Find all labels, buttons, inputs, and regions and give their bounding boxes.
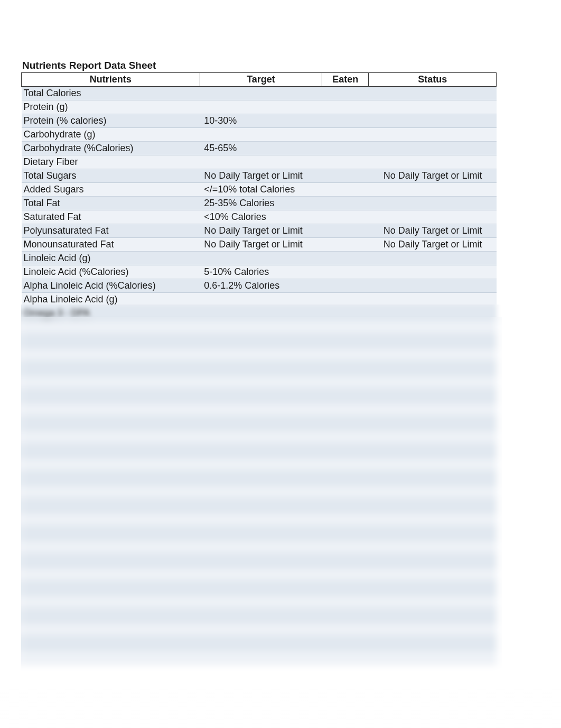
table-row (22, 334, 497, 348)
cell-target (200, 307, 322, 320)
cell-nutrient (22, 389, 200, 403)
cell-nutrient (22, 430, 200, 444)
cell-target (200, 334, 322, 348)
cell-target (200, 320, 322, 334)
cell-status (369, 595, 497, 609)
cell-eaten (322, 100, 369, 114)
table-row (22, 568, 497, 582)
cell-nutrient (22, 375, 200, 389)
cell-eaten (322, 142, 369, 155)
cell-status (369, 362, 497, 375)
cell-target: </=10% total Calories (200, 183, 322, 197)
cell-status (369, 307, 497, 320)
cell-eaten (322, 623, 369, 637)
cell-target (200, 650, 322, 664)
cell-nutrient (22, 609, 200, 623)
cell-nutrient (22, 650, 200, 664)
cell-eaten (322, 348, 369, 362)
cell-nutrient (22, 513, 200, 527)
cell-target (200, 458, 322, 472)
cell-eaten (322, 554, 369, 568)
cell-status (369, 609, 497, 623)
cell-target (200, 582, 322, 595)
cell-eaten (322, 485, 369, 499)
table-row (22, 472, 497, 485)
table-row (22, 320, 497, 334)
cell-status (369, 114, 497, 128)
cell-eaten (322, 224, 369, 238)
cell-status (369, 499, 497, 513)
cell-status (369, 293, 497, 307)
cell-target (200, 485, 322, 499)
table-row: Omega 3 - DPA (22, 307, 497, 320)
cell-target (200, 293, 322, 307)
cell-status (369, 197, 497, 210)
cell-target (200, 444, 322, 458)
cell-status: No Daily Target or Limit (369, 169, 497, 183)
table-row (22, 623, 497, 637)
cell-status (369, 375, 497, 389)
cell-target (200, 348, 322, 362)
cell-nutrient (22, 485, 200, 499)
table-row (22, 650, 497, 664)
table-row: Protein (g) (22, 100, 497, 114)
cell-target (200, 128, 322, 142)
cell-eaten (322, 403, 369, 417)
cell-nutrient (22, 444, 200, 458)
cell-eaten (322, 389, 369, 403)
table-row (22, 527, 497, 540)
cell-status (369, 142, 497, 155)
cell-eaten (322, 128, 369, 142)
cell-target: 25-35% Calories (200, 197, 322, 210)
cell-target: 0.6-1.2% Calories (200, 279, 322, 293)
cell-target (200, 100, 322, 114)
cell-status (369, 458, 497, 472)
table-row: Carbohydrate (g) (22, 128, 497, 142)
cell-nutrient (22, 320, 200, 334)
cell-status (369, 87, 497, 100)
table-row: Protein (% calories)10-30% (22, 114, 497, 128)
cell-nutrient (22, 362, 200, 375)
cell-eaten (322, 444, 369, 458)
cell-status (369, 472, 497, 485)
cell-status: No Daily Target or Limit (369, 224, 497, 238)
cell-status (369, 554, 497, 568)
cell-nutrient: Carbohydrate (%Calories) (22, 142, 200, 155)
cell-eaten (322, 265, 369, 279)
cell-eaten (322, 87, 369, 100)
cell-nutrient: Omega 3 - DPA (22, 307, 200, 320)
table-row: Total SugarsNo Daily Target or LimitNo D… (22, 169, 497, 183)
table-row (22, 458, 497, 472)
cell-status (369, 417, 497, 430)
table-row (22, 389, 497, 403)
header-status: Status (369, 73, 497, 87)
cell-nutrient (22, 458, 200, 472)
table-row (22, 540, 497, 554)
cell-eaten (322, 472, 369, 485)
table-row (22, 444, 497, 458)
cell-status (369, 540, 497, 554)
cell-status (369, 128, 497, 142)
cell-target (200, 389, 322, 403)
cell-eaten (322, 169, 369, 183)
cell-nutrient: Saturated Fat (22, 210, 200, 224)
cell-status (369, 403, 497, 417)
cell-status (369, 513, 497, 527)
table-row: Alpha Linoleic Acid (%Calories)0.6-1.2% … (22, 279, 497, 293)
nutrients-table: Nutrients Target Eaten Status Total Calo… (21, 72, 497, 664)
cell-eaten (322, 430, 369, 444)
cell-nutrient: Linoleic Acid (%Calories) (22, 265, 200, 279)
cell-status (369, 444, 497, 458)
table-row (22, 554, 497, 568)
cell-target (200, 252, 322, 265)
cell-status (369, 279, 497, 293)
cell-target (200, 155, 322, 169)
cell-target (200, 513, 322, 527)
table-row: Monounsaturated FatNo Daily Target or Li… (22, 238, 497, 252)
cell-nutrient: Total Fat (22, 197, 200, 210)
table-row: Polyunsaturated FatNo Daily Target or Li… (22, 224, 497, 238)
table-row: Added Sugars</=10% total Calories (22, 183, 497, 197)
table-row (22, 485, 497, 499)
cell-nutrient: Total Calories (22, 87, 200, 100)
table-row (22, 513, 497, 527)
